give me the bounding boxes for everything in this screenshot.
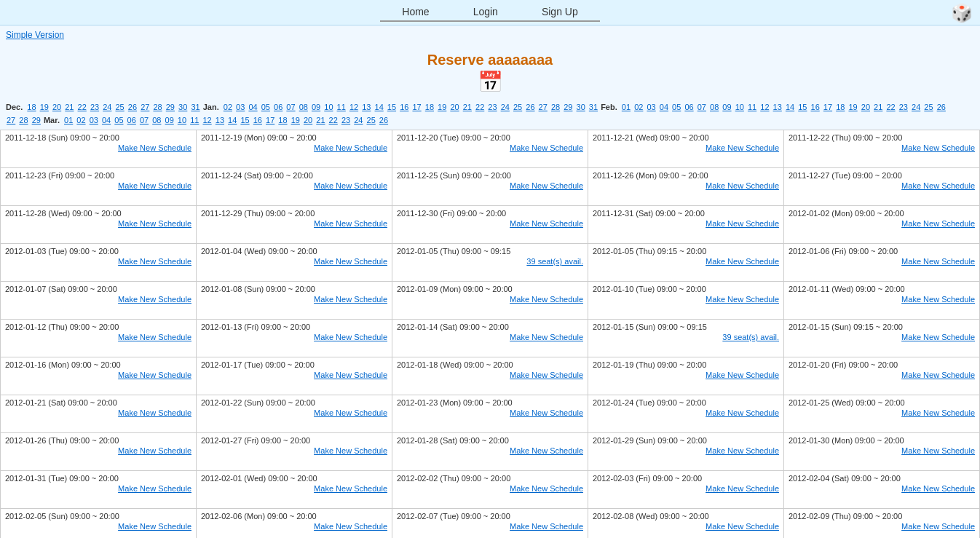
date-nav-day[interactable]: 11 bbox=[190, 116, 199, 124]
make-new-schedule-link[interactable]: Make New Schedule bbox=[397, 408, 583, 417]
date-nav-day[interactable]: 19 bbox=[438, 103, 446, 111]
date-nav-day[interactable]: 17 bbox=[823, 103, 832, 111]
make-new-schedule-link[interactable]: Make New Schedule bbox=[397, 446, 583, 455]
date-nav-day[interactable]: 07 bbox=[140, 116, 149, 124]
date-nav-day[interactable]: 10 bbox=[324, 103, 333, 111]
nav-signup[interactable]: Sign Up bbox=[520, 3, 600, 22]
make-new-schedule-link[interactable]: Make New Schedule bbox=[397, 522, 583, 531]
date-nav-day[interactable]: 13 bbox=[362, 103, 371, 111]
make-new-schedule-link[interactable]: Make New Schedule bbox=[593, 522, 779, 531]
date-nav-day[interactable]: 22 bbox=[78, 103, 87, 111]
date-nav-day[interactable]: 20 bbox=[861, 103, 870, 111]
date-nav-day[interactable]: 08 bbox=[710, 103, 719, 111]
date-nav-day[interactable]: 23 bbox=[899, 103, 908, 111]
date-nav-day[interactable]: 04 bbox=[248, 103, 257, 111]
date-nav-day[interactable]: 08 bbox=[152, 116, 161, 124]
make-new-schedule-link[interactable]: Make New Schedule bbox=[5, 446, 191, 455]
date-nav-day[interactable]: 27 bbox=[141, 103, 149, 111]
make-new-schedule-link[interactable]: Make New Schedule bbox=[201, 522, 387, 531]
make-new-schedule-link[interactable]: Make New Schedule bbox=[397, 371, 583, 379]
make-new-schedule-link[interactable]: Make New Schedule bbox=[5, 522, 191, 531]
make-new-schedule-link[interactable]: Make New Schedule bbox=[5, 295, 191, 304]
date-nav-day[interactable]: 07 bbox=[698, 103, 706, 111]
seats-available-link[interactable]: 39 seat(s) avail. bbox=[397, 257, 583, 266]
date-nav-day[interactable]: 13 bbox=[216, 116, 224, 124]
date-nav-day[interactable]: 27 bbox=[539, 103, 548, 111]
date-nav-day[interactable]: 31 bbox=[191, 103, 199, 111]
date-nav-day[interactable]: 03 bbox=[236, 103, 245, 111]
date-nav-day[interactable]: 01 bbox=[64, 116, 73, 124]
make-new-schedule-link[interactable]: Make New Schedule bbox=[397, 484, 583, 493]
date-nav-day[interactable]: 29 bbox=[32, 116, 41, 124]
make-new-schedule-link[interactable]: Make New Schedule bbox=[789, 181, 975, 190]
make-new-schedule-link[interactable]: Make New Schedule bbox=[593, 446, 779, 455]
date-nav-day[interactable]: 19 bbox=[848, 103, 857, 111]
make-new-schedule-link[interactable]: Make New Schedule bbox=[201, 484, 387, 493]
make-new-schedule-link[interactable]: Make New Schedule bbox=[5, 408, 191, 417]
date-nav-day[interactable]: 06 bbox=[274, 103, 282, 111]
date-nav-day[interactable]: 17 bbox=[266, 116, 274, 124]
nav-home[interactable]: Home bbox=[380, 3, 451, 22]
make-new-schedule-link[interactable]: Make New Schedule bbox=[201, 219, 387, 228]
date-nav-day[interactable]: 01 bbox=[622, 103, 631, 111]
date-nav-day[interactable]: 19 bbox=[291, 116, 300, 124]
date-nav-day[interactable]: 25 bbox=[367, 116, 376, 124]
make-new-schedule-link[interactable]: Make New Schedule bbox=[397, 219, 583, 228]
date-nav-day[interactable]: 02 bbox=[76, 116, 85, 124]
date-nav-day[interactable]: 27 bbox=[7, 116, 15, 124]
simple-version-link[interactable]: Simple Version bbox=[0, 25, 980, 44]
date-nav-day[interactable]: 14 bbox=[375, 103, 384, 111]
make-new-schedule-link[interactable]: Make New Schedule bbox=[397, 295, 583, 304]
date-nav-day[interactable]: 14 bbox=[786, 103, 794, 111]
make-new-schedule-link[interactable]: Make New Schedule bbox=[593, 219, 779, 228]
make-new-schedule-link[interactable]: Make New Schedule bbox=[397, 181, 583, 190]
date-nav-day[interactable]: 20 bbox=[304, 116, 312, 124]
date-nav-day[interactable]: 20 bbox=[52, 103, 61, 111]
date-nav-day[interactable]: 21 bbox=[463, 103, 472, 111]
make-new-schedule-link[interactable]: Make New Schedule bbox=[201, 408, 387, 417]
make-new-schedule-link[interactable]: Make New Schedule bbox=[5, 257, 191, 266]
date-nav-day[interactable]: 22 bbox=[475, 103, 484, 111]
make-new-schedule-link[interactable]: Make New Schedule bbox=[789, 371, 975, 379]
date-nav-day[interactable]: 04 bbox=[102, 116, 111, 124]
make-new-schedule-link[interactable]: Make New Schedule bbox=[5, 484, 191, 493]
make-new-schedule-link[interactable]: Make New Schedule bbox=[397, 143, 583, 152]
date-nav-day[interactable]: 18 bbox=[278, 116, 287, 124]
date-nav-day[interactable]: 24 bbox=[354, 116, 363, 124]
make-new-schedule-link[interactable]: Make New Schedule bbox=[5, 143, 191, 152]
date-nav-day[interactable]: 02 bbox=[634, 103, 643, 111]
date-nav-day[interactable]: 16 bbox=[253, 116, 262, 124]
make-new-schedule-link[interactable]: Make New Schedule bbox=[789, 446, 975, 455]
make-new-schedule-link[interactable]: Make New Schedule bbox=[789, 143, 975, 152]
make-new-schedule-link[interactable]: Make New Schedule bbox=[593, 295, 779, 304]
make-new-schedule-link[interactable]: Make New Schedule bbox=[201, 371, 387, 379]
date-nav-day[interactable]: 21 bbox=[874, 103, 882, 111]
date-nav-day[interactable]: 17 bbox=[412, 103, 421, 111]
make-new-schedule-link[interactable]: Make New Schedule bbox=[789, 333, 975, 341]
date-nav-day[interactable]: 03 bbox=[90, 116, 98, 124]
make-new-schedule-link[interactable]: Make New Schedule bbox=[201, 143, 387, 152]
date-nav-day[interactable]: 05 bbox=[261, 103, 270, 111]
date-nav-day[interactable]: 05 bbox=[114, 116, 123, 124]
make-new-schedule-link[interactable]: Make New Schedule bbox=[5, 371, 191, 379]
date-nav-day[interactable]: 06 bbox=[684, 103, 693, 111]
make-new-schedule-link[interactable]: Make New Schedule bbox=[789, 522, 975, 531]
date-nav-day[interactable]: 21 bbox=[65, 103, 74, 111]
make-new-schedule-link[interactable]: Make New Schedule bbox=[5, 333, 191, 341]
date-nav-day[interactable]: 15 bbox=[798, 103, 807, 111]
date-nav-day[interactable]: 08 bbox=[299, 103, 308, 111]
date-nav-day[interactable]: 23 bbox=[341, 116, 350, 124]
date-nav-day[interactable]: 10 bbox=[735, 103, 744, 111]
seats-available-link[interactable]: 39 seat(s) avail. bbox=[593, 333, 779, 341]
date-nav-day[interactable]: 16 bbox=[400, 103, 408, 111]
date-nav-day[interactable]: 16 bbox=[811, 103, 820, 111]
date-nav-day[interactable]: 15 bbox=[240, 116, 249, 124]
date-nav-day[interactable]: 23 bbox=[488, 103, 497, 111]
date-nav-day[interactable]: 21 bbox=[316, 116, 325, 124]
date-nav-day[interactable]: 24 bbox=[501, 103, 510, 111]
date-nav-day[interactable]: 28 bbox=[153, 103, 162, 111]
date-nav-day[interactable]: 25 bbox=[924, 103, 933, 111]
date-nav-day[interactable]: 07 bbox=[286, 103, 295, 111]
make-new-schedule-link[interactable]: Make New Schedule bbox=[201, 333, 387, 341]
date-nav-day[interactable]: 26 bbox=[937, 103, 946, 111]
